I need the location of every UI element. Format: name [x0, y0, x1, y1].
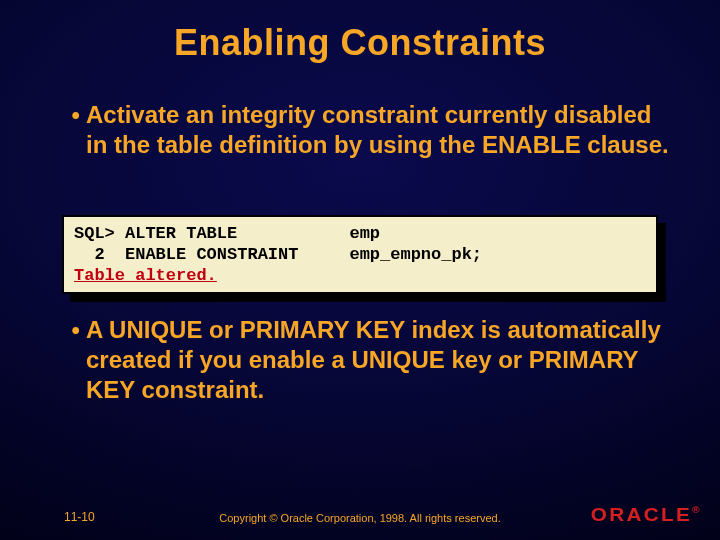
bullet-item: • A UNIQUE or PRIMARY KEY index is autom… — [62, 315, 670, 405]
code-box: SQL> ALTER TABLE emp 2 ENABLE CONSTRAINT… — [62, 215, 658, 294]
slide: Enabling Constraints • Activate an integ… — [0, 0, 720, 540]
bullet-group-2: • A UNIQUE or PRIMARY KEY index is autom… — [62, 315, 670, 411]
logo-text: ORACLE — [591, 505, 692, 525]
code-example: SQL> ALTER TABLE emp 2 ENABLE CONSTRAINT… — [62, 215, 658, 294]
slide-footer: 11-10 Copyright © Oracle Corporation, 19… — [0, 502, 720, 524]
code-line-2: 2 ENABLE CONSTRAINT emp_empno_pk; — [74, 245, 482, 264]
slide-title: Enabling Constraints — [0, 22, 720, 64]
bullet-dot-icon: • — [62, 315, 80, 345]
bullet-text: Activate an integrity constraint current… — [86, 100, 670, 160]
code-line-1: SQL> ALTER TABLE emp — [74, 224, 380, 243]
code-result: Table altered. — [74, 266, 217, 285]
bullet-item: • Activate an integrity constraint curre… — [62, 100, 670, 160]
bullet-text: A UNIQUE or PRIMARY KEY index is automat… — [86, 315, 670, 405]
registered-icon: ® — [692, 505, 700, 515]
bullet-dot-icon: • — [62, 100, 80, 130]
code-content: SQL> ALTER TABLE emp 2 ENABLE CONSTRAINT… — [74, 223, 646, 286]
bullet-group-1: • Activate an integrity constraint curre… — [62, 100, 670, 166]
oracle-logo: ORACLE® — [591, 505, 700, 526]
